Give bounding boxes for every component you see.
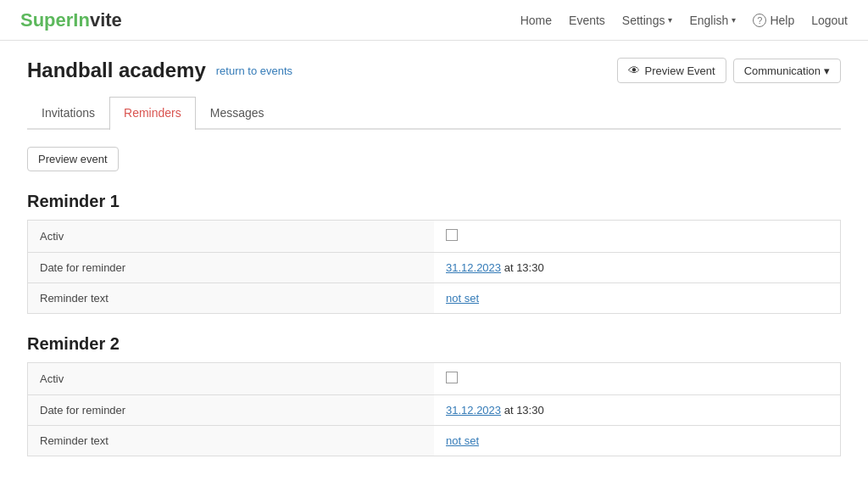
page-title: Handball academy bbox=[27, 59, 206, 82]
reminder-2-table: Activ Date for reminder 31.12.2023 at 13… bbox=[27, 362, 841, 456]
table-row: Reminder text not set bbox=[28, 283, 841, 314]
reminder-2-date-cell: 31.12.2023 at 13:30 bbox=[434, 395, 841, 426]
return-to-events-link[interactable]: return to events bbox=[216, 64, 292, 77]
help-circle-icon: ? bbox=[753, 14, 766, 27]
reminder-1-text-label: Reminder text bbox=[28, 283, 435, 314]
logo-super: Super bbox=[20, 9, 73, 31]
table-row: Activ bbox=[28, 221, 841, 253]
nav-language-label: English bbox=[689, 14, 728, 27]
header: SuperInvite Home Events Settings ▾ Engli… bbox=[0, 0, 868, 41]
reminder-2-text-link[interactable]: not set bbox=[446, 434, 479, 447]
preview-section: Preview event bbox=[27, 147, 841, 171]
reminder-2-text-label: Reminder text bbox=[28, 426, 435, 456]
preview-event-header-label: Preview Event bbox=[645, 64, 715, 77]
language-caret-icon: ▾ bbox=[732, 15, 736, 25]
main-nav: Home Events Settings ▾ English ▾ ? Help … bbox=[520, 14, 848, 27]
reminder-1-activ-cell bbox=[434, 221, 841, 253]
tab-reminders[interactable]: Reminders bbox=[109, 97, 196, 130]
reminder-1-time: at 13:30 bbox=[501, 261, 544, 274]
nav-events[interactable]: Events bbox=[569, 14, 605, 27]
tab-invitations[interactable]: Invitations bbox=[27, 97, 109, 128]
reminder-1-section: Reminder 1 Activ Date for reminder 31.12… bbox=[27, 192, 841, 314]
eye-icon: 👁 bbox=[628, 64, 640, 77]
reminder-1-date-label: Date for reminder bbox=[28, 253, 435, 283]
reminder-1-activ-label: Activ bbox=[28, 221, 435, 253]
nav-settings-dropdown[interactable]: Settings ▾ bbox=[622, 14, 673, 27]
communication-dropdown-button[interactable]: Communication ▾ bbox=[733, 59, 841, 83]
main-content: Handball academy return to events 👁 Prev… bbox=[0, 41, 868, 481]
logo-in: In bbox=[73, 9, 90, 31]
reminder-1-date-link[interactable]: 31.12.2023 bbox=[446, 261, 501, 274]
logo: SuperInvite bbox=[20, 9, 122, 31]
nav-help[interactable]: ? Help bbox=[753, 14, 794, 27]
reminder-2-time: at 13:30 bbox=[501, 404, 544, 417]
reminder-2-text-cell: not set bbox=[434, 426, 841, 456]
page-actions: 👁 Preview Event Communication ▾ bbox=[617, 58, 841, 83]
reminder-2-activ-label: Activ bbox=[28, 363, 435, 395]
reminder-2-section: Reminder 2 Activ Date for reminder 31.12… bbox=[27, 334, 841, 456]
tab-messages[interactable]: Messages bbox=[196, 97, 279, 128]
nav-language-dropdown[interactable]: English ▾ bbox=[689, 14, 736, 27]
table-row: Reminder text not set bbox=[28, 426, 841, 456]
table-row: Date for reminder 31.12.2023 at 13:30 bbox=[28, 395, 841, 426]
reminder-1-text-link[interactable]: not set bbox=[446, 292, 479, 305]
table-row: Activ bbox=[28, 363, 841, 395]
reminder-2-date-label: Date for reminder bbox=[28, 395, 435, 426]
preview-event-header-button[interactable]: 👁 Preview Event bbox=[617, 58, 726, 83]
reminder-1-text-cell: not set bbox=[434, 283, 841, 314]
logo-vite: vite bbox=[90, 9, 122, 31]
nav-home[interactable]: Home bbox=[520, 14, 552, 27]
reminder-2-activ-checkbox[interactable] bbox=[446, 372, 458, 383]
communication-label: Communication bbox=[744, 64, 821, 77]
preview-event-main-button[interactable]: Preview event bbox=[27, 147, 119, 171]
communication-caret-icon: ▾ bbox=[824, 64, 830, 77]
reminder-2-date-link[interactable]: 31.12.2023 bbox=[446, 404, 501, 417]
reminder-1-table: Activ Date for reminder 31.12.2023 at 13… bbox=[27, 220, 841, 314]
reminder-1-date-cell: 31.12.2023 at 13:30 bbox=[434, 253, 841, 283]
reminder-1-activ-checkbox[interactable] bbox=[446, 229, 458, 241]
nav-logout[interactable]: Logout bbox=[811, 14, 848, 27]
nav-help-label: Help bbox=[770, 14, 794, 27]
page-title-area: Handball academy return to events bbox=[27, 59, 292, 82]
nav-settings-label: Settings bbox=[622, 14, 665, 27]
table-row: Date for reminder 31.12.2023 at 13:30 bbox=[28, 253, 841, 283]
settings-caret-icon: ▾ bbox=[668, 15, 672, 25]
tabs: Invitations Reminders Messages bbox=[27, 97, 841, 130]
reminder-2-activ-cell bbox=[434, 363, 841, 395]
reminder-2-title: Reminder 2 bbox=[27, 334, 841, 354]
page-header: Handball academy return to events 👁 Prev… bbox=[27, 58, 841, 83]
reminder-1-title: Reminder 1 bbox=[27, 192, 841, 211]
